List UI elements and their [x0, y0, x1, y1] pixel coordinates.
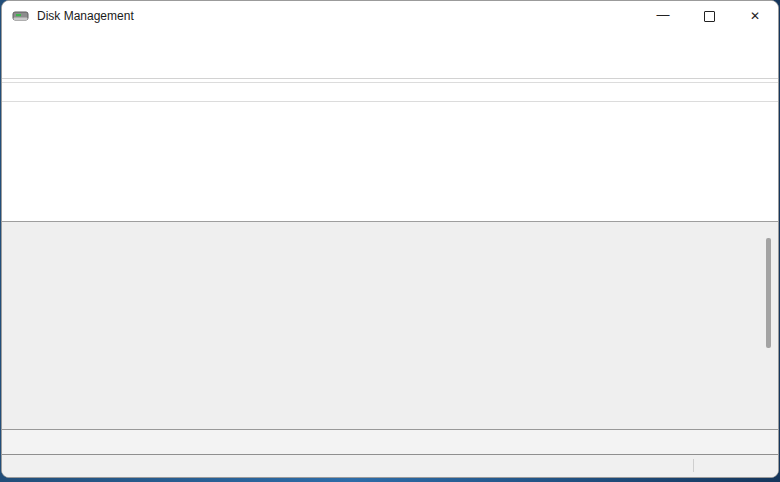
- scrollbar-thumb[interactable]: [766, 238, 771, 348]
- minimize-button[interactable]: —: [640, 1, 686, 31]
- vertical-scrollbar[interactable]: [762, 226, 775, 425]
- toolbar: [2, 52, 778, 79]
- close-button[interactable]: ✕: [732, 1, 778, 31]
- status-bar: [2, 454, 778, 477]
- menu-bar: [2, 31, 778, 52]
- volume-list-header: [2, 82, 778, 102]
- legend-bar: [2, 429, 778, 454]
- window-title: Disk Management: [37, 9, 134, 23]
- disk-management-window: Disk Management — ✕: [1, 0, 779, 478]
- window-controls: — ✕: [640, 1, 778, 31]
- graphical-view: [2, 222, 778, 429]
- status-bar-separator: [693, 459, 694, 472]
- maximize-button[interactable]: [686, 1, 732, 31]
- title-bar: Disk Management — ✕: [2, 1, 778, 31]
- disk-management-app-icon: [12, 8, 29, 25]
- volume-list: [2, 79, 778, 222]
- maximize-icon: [704, 11, 715, 22]
